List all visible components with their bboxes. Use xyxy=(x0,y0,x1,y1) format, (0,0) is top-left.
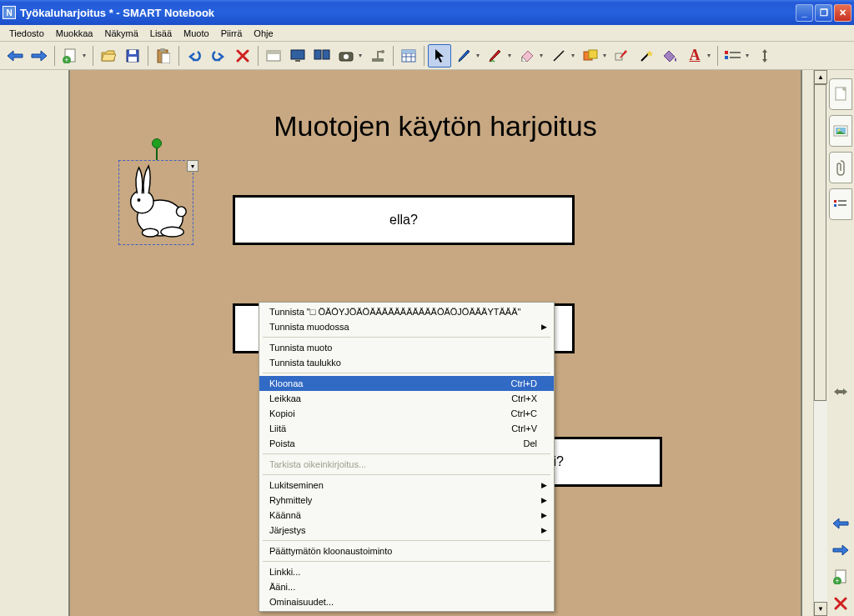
delete-page-side-button[interactable] xyxy=(831,594,850,613)
tab-properties[interactable] xyxy=(829,188,852,220)
creative-pen-dropdown[interactable]: ▾ xyxy=(508,52,515,59)
fill-button[interactable] xyxy=(659,44,682,68)
forward-button[interactable] xyxy=(28,44,51,68)
question-box-1[interactable]: ella? xyxy=(233,195,575,245)
back-button[interactable] xyxy=(3,44,27,68)
shape-dropdown[interactable]: ▾ xyxy=(603,52,610,59)
submenu-arrow-icon: ▶ xyxy=(541,511,547,519)
creative-pen-button[interactable] xyxy=(484,44,507,68)
cm-sound[interactable]: Ääni... xyxy=(259,579,554,594)
save-button[interactable] xyxy=(121,44,144,68)
width-toggle-button[interactable] xyxy=(831,383,850,401)
selected-object-rabbit[interactable] xyxy=(118,160,193,245)
scroll-thumb[interactable] xyxy=(814,84,826,401)
svg-point-16 xyxy=(344,54,349,59)
cm-recognize-table[interactable]: Tunnista taulukko xyxy=(259,355,554,370)
text-tool-button[interactable]: A xyxy=(683,44,706,68)
table-button[interactable] xyxy=(397,44,420,68)
capture-dropdown[interactable]: ▾ xyxy=(359,52,365,59)
add-page-button[interactable]: + xyxy=(58,44,82,68)
select-tool-button[interactable] xyxy=(428,44,451,68)
shape-pen-button[interactable] xyxy=(610,44,634,68)
next-page-button[interactable] xyxy=(831,541,850,559)
cm-locking[interactable]: Lukitseminen▶ xyxy=(259,478,554,493)
submenu-arrow-icon: ▶ xyxy=(541,496,547,504)
svg-rect-10 xyxy=(267,51,280,54)
svg-point-36 xyxy=(161,227,183,237)
menu-edit[interactable]: Muokkaa xyxy=(50,27,99,40)
cm-properties[interactable]: Ominaisuudet... xyxy=(259,594,554,609)
svg-text:+: + xyxy=(835,577,839,584)
paste-button[interactable] xyxy=(152,44,175,68)
context-menu: Tunnista "□ ÖÄÖYJÖÄÖÄÄÄÄÄÄÄÄÄÄÄÖÄÖJÖÄÄÄY… xyxy=(259,302,555,612)
menu-insert[interactable]: Lisää xyxy=(144,27,178,40)
scroll-up-button[interactable]: ▲ xyxy=(814,70,827,84)
properties-button[interactable] xyxy=(721,44,745,68)
fullscreen-button[interactable] xyxy=(286,44,309,68)
rotation-handle[interactable] xyxy=(152,138,162,148)
cm-cut[interactable]: LeikkaaCtrl+X xyxy=(259,391,554,406)
svg-rect-29 xyxy=(725,51,728,54)
object-menu-dropdown[interactable]: ▾ xyxy=(187,160,198,172)
shape-tool-button[interactable] xyxy=(579,44,602,68)
menu-format[interactable]: Muoto xyxy=(178,27,215,40)
menu-view[interactable]: Näkymä xyxy=(98,27,143,40)
add-page-dropdown[interactable]: ▾ xyxy=(83,52,89,59)
svg-rect-11 xyxy=(291,50,304,59)
cm-recognize-as[interactable]: Tunnista muodossa▶ xyxy=(259,319,554,334)
tab-page-sorter[interactable] xyxy=(829,78,852,110)
prev-page-button[interactable] xyxy=(831,514,850,533)
text-dropdown[interactable]: ▾ xyxy=(707,52,714,59)
doc-camera-button[interactable] xyxy=(366,44,389,68)
eraser-button[interactable] xyxy=(515,44,539,68)
eraser-dropdown[interactable]: ▾ xyxy=(540,52,546,59)
svg-point-37 xyxy=(142,228,158,237)
line-dropdown[interactable]: ▾ xyxy=(571,52,578,59)
svg-rect-43 xyxy=(834,200,836,203)
cm-recognize-shape[interactable]: Tunnista muoto xyxy=(259,340,554,355)
canvas-area[interactable]: Muotojen käytön harjoitus ▾ ella? ella? xyxy=(0,70,827,616)
pen-tool-button[interactable] xyxy=(452,44,475,68)
undo-button[interactable] xyxy=(183,44,206,68)
cm-clone[interactable]: KloonaaCtrl+D xyxy=(259,376,554,391)
dual-page-button[interactable] xyxy=(310,44,334,68)
screen-shade-button[interactable] xyxy=(262,44,285,68)
svg-rect-7 xyxy=(160,48,165,52)
cm-paste[interactable]: LiitäCtrl+V xyxy=(259,421,554,436)
svg-rect-8 xyxy=(162,53,170,63)
redo-button[interactable] xyxy=(207,44,230,68)
svg-line-25 xyxy=(554,51,564,61)
minimize-button[interactable]: _ xyxy=(796,4,813,22)
cm-spellcheck: Tarkista oikeinkirjoitus... xyxy=(259,457,554,472)
properties-dropdown[interactable]: ▾ xyxy=(746,52,752,59)
svg-rect-13 xyxy=(314,50,321,59)
svg-point-18 xyxy=(381,50,384,53)
move-toolbar-button[interactable] xyxy=(753,44,776,68)
cm-link[interactable]: Linkki... xyxy=(259,564,554,579)
tab-attachments[interactable] xyxy=(829,152,852,183)
close-button[interactable]: ✕ xyxy=(834,4,851,22)
menu-file[interactable]: Tiedosto xyxy=(3,27,50,40)
maximize-button[interactable]: ❐ xyxy=(815,4,832,22)
line-tool-button[interactable] xyxy=(547,44,570,68)
capture-button[interactable] xyxy=(334,44,358,68)
delete-button[interactable] xyxy=(231,44,254,68)
vertical-scrollbar[interactable]: ▲ ▼ xyxy=(813,70,827,616)
add-page-side-button[interactable]: + xyxy=(831,568,850,586)
open-button[interactable] xyxy=(97,44,120,68)
window-title: Työkaluharjoitus * - SMART Notebook xyxy=(20,7,796,19)
cm-copy[interactable]: KopioiCtrl+C xyxy=(259,406,554,421)
pen-dropdown[interactable]: ▾ xyxy=(476,52,483,59)
menu-help[interactable]: Ohje xyxy=(248,27,279,40)
rotation-stem xyxy=(156,148,158,160)
magic-pen-button[interactable] xyxy=(635,44,658,68)
tab-gallery[interactable] xyxy=(829,115,852,147)
cm-order[interactable]: Järjestys▶ xyxy=(259,523,554,538)
cm-flip[interactable]: Käännä▶ xyxy=(259,508,554,523)
cm-grouping[interactable]: Ryhmittely▶ xyxy=(259,493,554,508)
menu-draw[interactable]: Piirrä xyxy=(215,27,249,40)
scroll-down-button[interactable]: ▼ xyxy=(814,602,827,616)
cm-delete[interactable]: PoistaDel xyxy=(259,436,554,451)
cm-recognize-text[interactable]: Tunnista "□ ÖÄÖYJÖÄÖÄÄÄÄÄÄÄÄÄÄÄÖÄÖJÖÄÄÄY… xyxy=(259,304,554,319)
cm-infinite-clone[interactable]: Päättymätön kloonaustoiminto xyxy=(259,543,554,558)
